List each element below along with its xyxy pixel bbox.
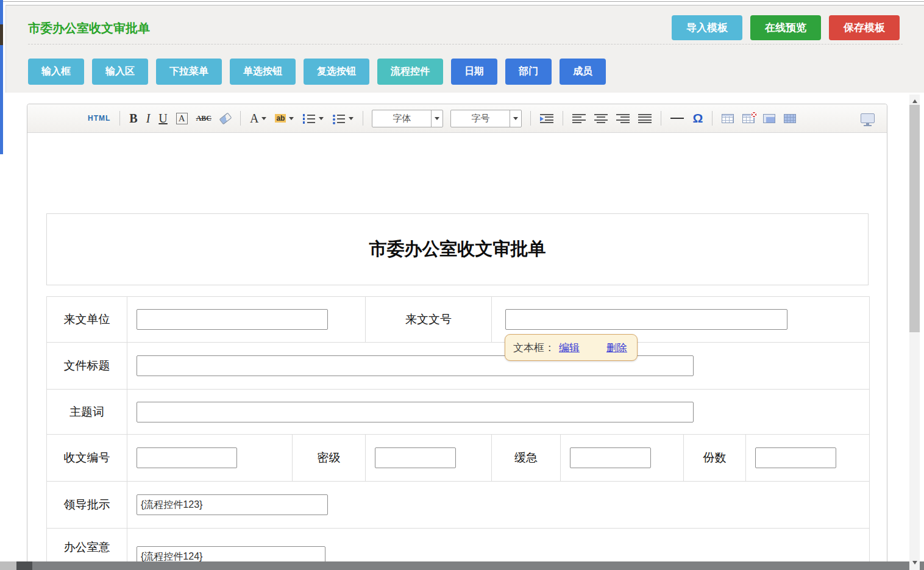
incoming-unit-label: 来文单位 (47, 297, 127, 343)
ordered-list-icon (302, 113, 316, 123)
control-edit-tooltip: 文本框： 编辑 删除 (505, 334, 638, 361)
merge-cells-button[interactable] (784, 114, 796, 123)
tooltip-label: 文本框： (513, 341, 555, 355)
toolbar-separator (240, 111, 241, 126)
bottom-edge-bar (16, 561, 924, 570)
insert-input-box-button[interactable]: 输入框 (28, 59, 84, 85)
horizontal-rule-button[interactable] (670, 118, 684, 119)
copies-input[interactable] (755, 447, 836, 468)
secrecy-input[interactable] (375, 447, 456, 468)
ordered-list-button[interactable] (302, 113, 324, 123)
align-center-button[interactable] (594, 114, 608, 123)
table-delete-icon (742, 114, 755, 123)
chevron-down-icon (261, 117, 266, 120)
fullscreen-button[interactable] (861, 113, 875, 123)
delete-table-button[interactable] (742, 114, 755, 123)
editor-canvas[interactable]: 市委办公室收文审批单 来文单位 来文文号 文件标题 (27, 133, 887, 570)
page-title: 市委办公室收文审批单 (28, 20, 150, 37)
highlight-icon: ab (275, 114, 286, 123)
urgency-cell (561, 435, 684, 482)
indent-button[interactable] (540, 114, 553, 123)
align-right-button[interactable] (616, 114, 630, 123)
font-color-button[interactable]: A (250, 112, 266, 126)
copies-cell (746, 435, 870, 482)
insert-member-button[interactable]: 成员 (560, 59, 606, 85)
table-cell-icon (763, 114, 775, 123)
chevron-down-icon (513, 117, 518, 120)
bold-button[interactable]: B (129, 112, 137, 126)
bottom-edge-dark-square (16, 561, 32, 570)
html-source-button[interactable]: HTML (88, 114, 110, 123)
background-window-edge (0, 0, 3, 154)
receipt-number-label: 收文编号 (47, 435, 127, 482)
underline-button[interactable]: U (158, 112, 167, 126)
urgency-input[interactable] (570, 447, 651, 468)
secrecy-label: 密级 (293, 435, 366, 482)
incoming-number-label: 来文文号 (366, 297, 492, 343)
font-size-dropdown-button[interactable] (510, 110, 521, 127)
keywords-cell (127, 390, 870, 435)
online-preview-button[interactable]: 在线预览 (750, 15, 821, 40)
vertical-scrollbar[interactable] (909, 94, 920, 570)
chevron-down-icon (349, 117, 354, 120)
incoming-unit-input[interactable] (137, 309, 328, 330)
unordered-list-button[interactable] (332, 113, 354, 123)
chevron-down-icon (319, 117, 324, 120)
font-size-select[interactable]: 字号 (450, 110, 522, 127)
align-left-button[interactable] (572, 114, 586, 123)
insert-dropdown-button[interactable]: 下拉菜单 (156, 59, 222, 85)
keywords-label: 主题词 (47, 390, 127, 435)
arrow-down-icon (912, 561, 917, 565)
chevron-down-icon (435, 117, 439, 120)
red-x-icon (751, 112, 757, 118)
scroll-down-button[interactable] (909, 557, 920, 568)
insert-textarea-button[interactable]: 输入区 (92, 59, 148, 85)
receipt-number-input[interactable] (137, 447, 237, 468)
eraser-icon (219, 112, 232, 124)
border-text-button[interactable]: A (176, 113, 188, 124)
incoming-number-input[interactable] (505, 309, 787, 330)
insert-flow-control-button[interactable]: 流程控件 (377, 59, 443, 85)
arrow-up-icon (912, 99, 917, 103)
unordered-list-icon (332, 113, 346, 123)
dashed-divider (28, 44, 903, 45)
remove-format-button[interactable] (220, 115, 231, 122)
incoming-unit-cell (127, 297, 366, 343)
edit-link[interactable]: 编辑 (559, 341, 580, 355)
chevron-down-icon (289, 117, 294, 120)
insert-checkbox-button[interactable]: 复选按钮 (304, 59, 369, 85)
secrecy-cell (366, 435, 492, 482)
font-family-select[interactable]: 字体 (372, 110, 443, 127)
background-window-edge-dark (0, 24, 3, 45)
toolbar-separator (563, 111, 563, 126)
horizontal-rule-icon (670, 118, 684, 119)
receipt-number-cell (127, 435, 293, 482)
insert-date-button[interactable]: 日期 (451, 59, 497, 85)
table-row: 领导批示 (47, 482, 870, 529)
special-char-button[interactable]: Ω (692, 112, 703, 124)
scrollbar-thumb[interactable] (909, 105, 920, 332)
toolbar-separator (661, 111, 661, 126)
strikethrough-button[interactable]: ABC (196, 114, 211, 123)
font-family-dropdown-button[interactable] (431, 110, 442, 127)
align-justify-button[interactable] (638, 114, 652, 123)
highlight-color-button[interactable]: ab (275, 114, 294, 123)
leader-remarks-label: 领导批示 (47, 482, 127, 529)
toolbar-separator (530, 111, 531, 126)
import-template-button[interactable]: 导入模板 (672, 15, 742, 40)
delete-link[interactable]: 删除 (606, 341, 627, 355)
insert-table-button[interactable] (722, 114, 734, 123)
form-control-buttons: 输入框 输入区 下拉菜单 单选按钮 复选按钮 流程控件 日期 部门 成员 (28, 59, 606, 85)
keywords-input[interactable] (137, 402, 694, 422)
template-actions: 导入模板 在线预览 保存模板 (672, 15, 900, 40)
save-template-button[interactable]: 保存模板 (829, 15, 900, 40)
table-cell-props-button[interactable] (763, 114, 775, 123)
rich-text-editor: HTML B I U A ABC A ab 字体 字号 (27, 104, 887, 570)
table-row: 收文编号 密级 缓急 份数 (47, 435, 870, 482)
window-top-border (0, 1, 924, 2)
italic-button[interactable]: I (146, 112, 151, 126)
insert-department-button[interactable]: 部门 (505, 59, 552, 85)
leader-remarks-input[interactable] (137, 494, 328, 515)
insert-radio-button[interactable]: 单选按钮 (230, 59, 296, 85)
approval-form-table: 来文单位 来文文号 文件标题 主题词 (46, 296, 870, 570)
